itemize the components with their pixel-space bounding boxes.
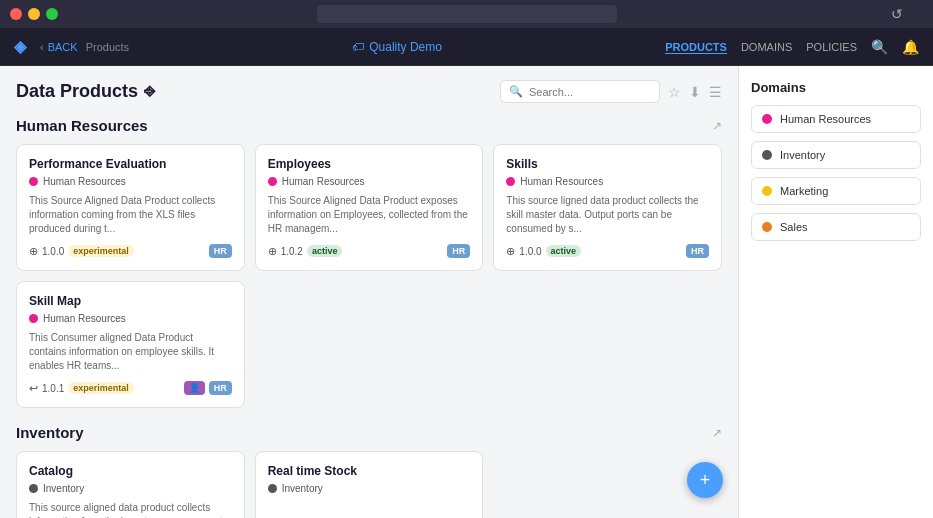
sidebar-item-inventory[interactable]: Inventory bbox=[751, 141, 921, 169]
reload-icon[interactable]: ↺ bbox=[891, 6, 903, 22]
back-button[interactable]: ‹ BACK bbox=[40, 41, 78, 53]
search-bar: 🔍 bbox=[500, 80, 660, 103]
sidebar-title: Domains bbox=[751, 80, 921, 95]
back-icon: ‹ bbox=[40, 41, 44, 53]
domain-dot bbox=[506, 177, 515, 186]
status-badge: experimental bbox=[68, 245, 134, 257]
card-desc: This source ligned data product collects… bbox=[506, 194, 709, 236]
page-title-icon: ⎆ bbox=[144, 81, 155, 102]
domain-dot bbox=[762, 222, 772, 232]
domain-dot bbox=[29, 484, 38, 493]
card-desc: This Source Aligned Data Product exposes… bbox=[268, 194, 471, 236]
domain-dot bbox=[762, 114, 772, 124]
maximize-button[interactable] bbox=[46, 8, 58, 20]
card-title: Skill Map bbox=[29, 294, 232, 308]
performance-evaluation-card[interactable]: Performance Evaluation Human Resources T… bbox=[16, 144, 245, 271]
domains-nav-link[interactable]: DOMAINS bbox=[741, 41, 792, 53]
search-nav-icon[interactable]: 🔍 bbox=[871, 39, 888, 55]
nav-bar: ◈ ‹ BACK Products 🏷 Quality Demo PRODUCT… bbox=[0, 28, 933, 66]
inventory-cards: Catalog Inventory This source aligned da… bbox=[16, 451, 722, 518]
team-badge: HR bbox=[447, 244, 470, 258]
domain-dot bbox=[268, 177, 277, 186]
sidebar-item-marketing[interactable]: Marketing bbox=[751, 177, 921, 205]
human-resources-external-link[interactable]: ↗ bbox=[712, 119, 722, 133]
card-version: ⊕ 1.0.2 active bbox=[268, 245, 343, 258]
version-icon: ⊕ bbox=[29, 245, 38, 258]
inventory-title: Inventory bbox=[16, 424, 84, 441]
employees-card[interactable]: Employees Human Resources This Source Al… bbox=[255, 144, 484, 271]
domain-label: Human Resources bbox=[43, 313, 126, 324]
catalog-card[interactable]: Catalog Inventory This source aligned da… bbox=[16, 451, 245, 518]
card-desc: This Source Aligned Data Product collect… bbox=[29, 194, 232, 236]
domain-dot bbox=[29, 177, 38, 186]
version-number: 1.0.1 bbox=[42, 383, 64, 394]
star-icon[interactable]: ☆ bbox=[668, 84, 681, 100]
status-badge: experimental bbox=[68, 382, 134, 394]
domain-label: Human Resources bbox=[43, 176, 126, 187]
card-domain: Inventory bbox=[268, 483, 471, 494]
sidebar-item-label: Marketing bbox=[780, 185, 828, 197]
bell-icon[interactable]: 🔔 bbox=[902, 39, 919, 55]
human-resources-title: Human Resources bbox=[16, 117, 148, 134]
version-icon: ⊕ bbox=[506, 245, 515, 258]
extra-badge: 👤 bbox=[184, 381, 205, 395]
human-resources-section-header: Human Resources ↗ bbox=[16, 117, 722, 134]
page-title-text: Data Products bbox=[16, 81, 138, 102]
fab-button[interactable]: + bbox=[687, 462, 723, 498]
breadcrumb: Products bbox=[86, 41, 129, 53]
domain-dot bbox=[268, 484, 277, 493]
domain-dot bbox=[762, 186, 772, 196]
status-badge: active bbox=[307, 245, 343, 257]
team-badge: HR bbox=[209, 244, 232, 258]
domain-label: Inventory bbox=[282, 483, 323, 494]
card-title: Performance Evaluation bbox=[29, 157, 232, 171]
nav-right: PRODUCTS DOMAINS POLICIES 🔍 🔔 bbox=[665, 39, 919, 55]
minimize-button[interactable] bbox=[28, 8, 40, 20]
sidebar-item-sales[interactable]: Sales bbox=[751, 213, 921, 241]
version-number: 1.0.2 bbox=[281, 246, 303, 257]
real-time-stock-card[interactable]: Real time Stock Inventory ⟳ 1.0.0 experi… bbox=[255, 451, 484, 518]
card-domain: Human Resources bbox=[506, 176, 709, 187]
search-input[interactable] bbox=[529, 86, 651, 98]
skill-map-card[interactable]: Skill Map Human Resources This Consumer … bbox=[16, 281, 245, 408]
card-desc bbox=[268, 501, 471, 518]
card-domain: Inventory bbox=[29, 483, 232, 494]
sidebar: Domains Human Resources Inventory Market… bbox=[738, 66, 933, 518]
app-icon: 🏷 bbox=[352, 40, 364, 54]
close-button[interactable] bbox=[10, 8, 22, 20]
card-title: Catalog bbox=[29, 464, 232, 478]
download-icon[interactable]: ⬇ bbox=[689, 84, 701, 100]
page-title: Data Products ⎆ bbox=[16, 81, 155, 102]
card-footer: ↩ 1.0.1 experimental 👤 HR bbox=[29, 381, 232, 395]
card-version: ↩ 1.0.1 experimental bbox=[29, 382, 134, 395]
search-icon: 🔍 bbox=[509, 85, 523, 98]
domain-label: Human Resources bbox=[282, 176, 365, 187]
card-footer: ⊕ 1.0.0 active HR bbox=[506, 244, 709, 258]
page-header: Data Products ⎆ 🔍 ☆ ⬇ ☰ bbox=[16, 80, 722, 103]
inventory-section-header: Inventory ↗ bbox=[16, 424, 722, 441]
nav-logo: ◈ bbox=[14, 37, 26, 56]
card-desc: This source aligned data product collect… bbox=[29, 501, 232, 518]
main-content: Data Products ⎆ 🔍 ☆ ⬇ ☰ Human Resources … bbox=[0, 66, 738, 518]
domain-label: Inventory bbox=[43, 483, 84, 494]
card-footer: ⊕ 1.0.0 experimental HR bbox=[29, 244, 232, 258]
card-domain: Human Resources bbox=[29, 313, 232, 324]
skills-card[interactable]: Skills Human Resources This source ligne… bbox=[493, 144, 722, 271]
team-badge: HR bbox=[209, 381, 232, 395]
card-desc: This Consumer aligned Data Product conta… bbox=[29, 331, 232, 373]
inventory-external-link[interactable]: ↗ bbox=[712, 426, 722, 440]
version-icon: ↩ bbox=[29, 382, 38, 395]
url-bar[interactable] bbox=[317, 5, 617, 23]
version-number: 1.0.0 bbox=[519, 246, 541, 257]
sidebar-item-human-resources[interactable]: Human Resources bbox=[751, 105, 921, 133]
version-number: 1.0.0 bbox=[42, 246, 64, 257]
filter-icon[interactable]: ☰ bbox=[709, 84, 722, 100]
inventory-section: Inventory ↗ Catalog Inventory This sourc… bbox=[16, 424, 722, 518]
policies-nav-link[interactable]: POLICIES bbox=[806, 41, 857, 53]
card-title: Real time Stock bbox=[268, 464, 471, 478]
card-version: ⊕ 1.0.0 experimental bbox=[29, 245, 134, 258]
card-footer: ⊕ 1.0.2 active HR bbox=[268, 244, 471, 258]
title-bar: ↺ bbox=[0, 0, 933, 28]
human-resources-cards: Performance Evaluation Human Resources T… bbox=[16, 144, 722, 408]
products-nav-link[interactable]: PRODUCTS bbox=[665, 41, 727, 53]
